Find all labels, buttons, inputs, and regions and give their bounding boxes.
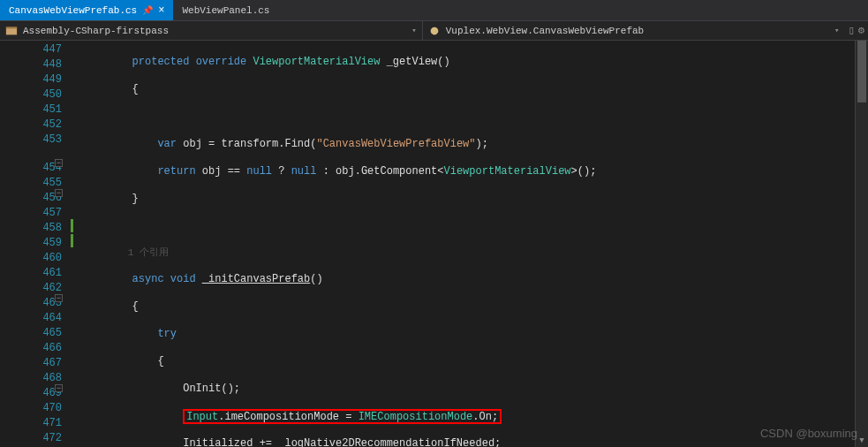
fold-toggle[interactable]: − <box>55 294 63 302</box>
tabs-bar: CanvasWebViewPrefab.cs 📌 × WebViewPanel.… <box>0 0 868 21</box>
change-marks <box>69 41 81 447</box>
nav-project-dropdown[interactable]: Assembly-CSharp-firstpass ▾ <box>0 21 423 40</box>
fold-toggle[interactable]: − <box>55 189 63 197</box>
close-icon[interactable]: × <box>158 4 164 17</box>
codelens-references[interactable]: 1 个引用 <box>128 247 169 258</box>
chevron-down-icon: ▾ <box>411 26 416 35</box>
nav-actions: ▯ ⚙ <box>845 24 868 37</box>
gear-icon[interactable]: ⚙ <box>858 24 864 37</box>
code-editor[interactable]: 447 448 449 450 451 452 453 454 455 456 … <box>0 41 868 447</box>
tab-label: WebViewPanel.cs <box>182 5 269 16</box>
nav-right-label: Vuplex.WebView.CanvasWebViewPrefab <box>446 26 644 36</box>
tab-canvaswebviewprefab[interactable]: CanvasWebViewPrefab.cs 📌 × <box>0 0 173 20</box>
csharp-project-icon <box>5 25 18 37</box>
nav-bar: Assembly-CSharp-firstpass ▾ Vuplex.WebVi… <box>0 21 868 41</box>
nav-left-label: Assembly-CSharp-firstpass <box>23 26 169 36</box>
vertical-scrollbar[interactable]: ▲ ▼ <box>855 41 868 447</box>
code-area[interactable]: protected override ViewportMaterialView … <box>81 41 868 447</box>
nav-class-dropdown[interactable]: Vuplex.WebView.CanvasWebViewPrefab ▾ <box>423 21 845 40</box>
chevron-down-icon: ▾ <box>834 26 839 35</box>
tab-label: CanvasWebViewPrefab.cs <box>9 5 137 16</box>
highlighted-line: Input.imeCompositionMode = IMECompositio… <box>183 409 502 424</box>
fold-toggle[interactable]: − <box>55 384 63 392</box>
line-number-gutter: 447 448 449 450 451 452 453 454 455 456 … <box>0 41 69 447</box>
class-icon <box>428 25 441 37</box>
split-icon[interactable]: ▯ <box>849 24 855 37</box>
svg-rect-1 <box>6 27 17 28</box>
tab-webviewpanel[interactable]: WebViewPanel.cs <box>173 0 278 20</box>
fold-toggle[interactable]: − <box>55 159 63 167</box>
scroll-down-icon[interactable]: ▼ <box>856 434 868 447</box>
scroll-thumb[interactable] <box>857 41 866 102</box>
svg-point-2 <box>430 27 438 34</box>
pin-icon[interactable]: 📌 <box>142 5 153 16</box>
